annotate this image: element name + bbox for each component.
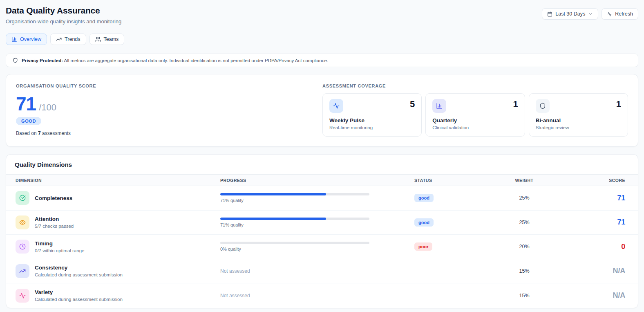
- dimension-icon: [19, 243, 26, 250]
- score-value: N/A: [569, 267, 625, 275]
- quality-score-section: Organisation Quality Score 71 /100 GOOD …: [16, 83, 96, 137]
- dimension-icon-box: [16, 264, 29, 278]
- tab[interactable]: Trends: [50, 34, 86, 45]
- coverage-card: 5 Weekly Pulse Real-time monitoring: [322, 93, 422, 137]
- dimension-name: Completeness: [35, 195, 72, 201]
- status-badge: good: [414, 218, 434, 227]
- status-badge: good: [414, 194, 434, 202]
- tab-icon: [95, 36, 101, 42]
- coverage-card-title: Quarterly: [432, 117, 518, 123]
- assessment-coverage-section: Assessment Coverage 5 Weekly Pulse Real-…: [322, 83, 628, 137]
- table-row: Completeness 71% quality good 25% 71: [6, 186, 638, 211]
- dimension-name: Attention: [35, 216, 74, 222]
- status-cell: good: [414, 218, 479, 227]
- quality-score-section-label: Organisation Quality Score: [16, 83, 96, 88]
- dimension-icon-box: [16, 215, 29, 229]
- assessment-coverage-label: Assessment Coverage: [322, 83, 628, 88]
- refresh-button[interactable]: Refresh: [602, 8, 638, 20]
- dimension-cell: Timing 0/7 within optimal range: [16, 240, 220, 254]
- privacy-body: All metrics are aggregate organisational…: [64, 58, 328, 63]
- score-value: 0: [569, 242, 625, 251]
- progress-not-assessed: Not assessed: [220, 293, 414, 299]
- dimension-subtitle: Calculated during assessment submission: [35, 297, 123, 302]
- dimension-icon: [19, 268, 26, 274]
- dimension-cell: Consistency Calculated during assessment…: [16, 264, 220, 278]
- status-cell: poor: [414, 242, 479, 251]
- coverage-card-title: Weekly Pulse: [329, 117, 415, 123]
- dimension-icon-box: [16, 191, 29, 205]
- tab-icon: [56, 36, 62, 42]
- table-header-row: DIMENSION PROGRESS STATUS WEIGHT SCORE: [6, 175, 638, 186]
- table-row: Attention 5/7 checks passed 71% quality …: [6, 211, 638, 235]
- privacy-text: Privacy Protected: All metrics are aggre…: [22, 58, 328, 63]
- tab-label: Overview: [20, 36, 41, 42]
- shield-icon: [13, 58, 18, 63]
- progress-bar-track: [220, 218, 369, 220]
- score-max: /100: [39, 102, 56, 113]
- column-header-weight: WEIGHT: [479, 178, 569, 183]
- progress-label: 71% quality: [220, 222, 369, 227]
- dimension-icon: [19, 292, 26, 299]
- tab-label: Trends: [65, 36, 80, 42]
- dimension-cell: Attention 5/7 checks passed: [16, 215, 220, 229]
- dimension-name: Timing: [35, 240, 84, 247]
- column-header-dimension: DIMENSION: [16, 178, 220, 183]
- weight-value: 25%: [479, 195, 569, 201]
- tab-bar: Overview Trends Teams: [6, 34, 638, 45]
- progress-label: 71% quality: [220, 198, 369, 203]
- dimension-icon: [19, 195, 26, 201]
- score-footnote: Based on 7 assessments: [16, 130, 96, 136]
- coverage-card-icon-box: [329, 99, 343, 113]
- topbar: Data Quality Assurance Organisation-wide…: [6, 6, 638, 25]
- score-status-badge: GOOD: [16, 117, 41, 125]
- column-header-status: STATUS: [414, 178, 479, 183]
- progress-cell: Not assessed: [220, 268, 414, 274]
- coverage-card-subtitle: Clinical validation: [432, 125, 518, 130]
- calendar-icon: [547, 11, 552, 17]
- dimension-cell: Completeness: [16, 191, 220, 205]
- quality-dimensions-header: Quality Dimensions: [6, 155, 638, 175]
- coverage-card-icon-box: [536, 99, 550, 113]
- weight-value: 15%: [479, 293, 569, 299]
- coverage-card: 1 Quarterly Clinical validation: [425, 93, 525, 137]
- privacy-label: Privacy Protected:: [22, 58, 63, 63]
- coverage-card: 1 Bi-annual Strategic review: [529, 93, 628, 137]
- progress-bar-track: [220, 242, 369, 244]
- dimension-icon-box: [16, 240, 29, 254]
- status-badge: poor: [414, 242, 432, 251]
- progress-cell: 71% quality: [220, 193, 414, 203]
- progress-bar-track: [220, 193, 369, 195]
- refresh-label: Refresh: [615, 11, 633, 17]
- topbar-titles: Data Quality Assurance Organisation-wide…: [6, 6, 121, 25]
- quality-dimensions-title: Quality Dimensions: [15, 161, 629, 168]
- progress-not-assessed: Not assessed: [220, 268, 414, 274]
- coverage-card-icon-box: [432, 99, 446, 113]
- progress-label: 0% quality: [220, 247, 369, 251]
- chevron-down-icon: [588, 11, 593, 16]
- coverage-card-title: Bi-annual: [536, 117, 621, 123]
- progress-bar-fill: [220, 218, 326, 220]
- coverage-card-icon: [436, 103, 443, 109]
- page-title: Data Quality Assurance: [6, 6, 121, 16]
- tab[interactable]: Teams: [89, 34, 125, 45]
- assessment-coverage-cards: 5 Weekly Pulse Real-time monitoring 1 Qu…: [322, 93, 628, 137]
- score-value: 71: [569, 218, 625, 227]
- weight-value: 25%: [479, 220, 569, 225]
- table-row: Consistency Calculated during assessment…: [6, 259, 638, 284]
- tab-icon: [11, 36, 17, 42]
- progress-cell: 0% quality: [220, 242, 414, 251]
- coverage-card-icon: [539, 103, 546, 109]
- coverage-card-count: 5: [410, 99, 415, 110]
- topbar-actions: Last 30 Days Refresh: [542, 8, 638, 20]
- tab[interactable]: Overview: [6, 34, 47, 45]
- dimension-cell: Variety Calculated during assessment sub…: [16, 289, 220, 303]
- coverage-card-subtitle: Strategic review: [536, 125, 621, 130]
- dimension-name: Consistency: [35, 265, 123, 271]
- date-range-button[interactable]: Last 30 Days: [542, 8, 598, 20]
- progress-cell: 71% quality: [220, 218, 414, 227]
- weight-value: 20%: [479, 244, 569, 249]
- dimension-icon: [19, 219, 26, 226]
- table-body: Completeness 71% quality good 25% 71 Att…: [6, 186, 638, 308]
- table-row: Variety Calculated during assessment sub…: [6, 283, 638, 308]
- assessment-count: 7: [38, 130, 41, 136]
